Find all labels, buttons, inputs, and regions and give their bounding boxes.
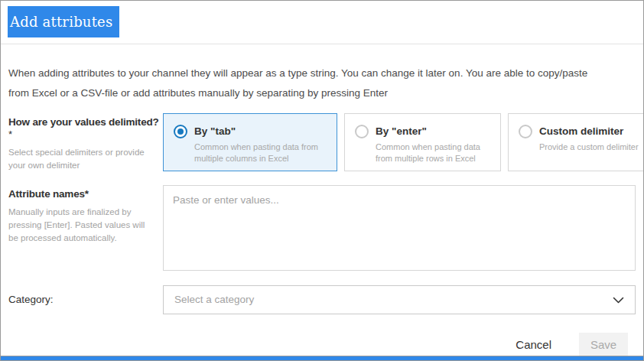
radio-selected-icon[interactable] — [174, 125, 187, 138]
attribute-names-helper: Manually inputs are finalized by pressin… — [8, 206, 155, 246]
delimiter-section: How are your values delimited? * Select … — [8, 113, 636, 173]
cancel-button[interactable]: Cancel — [514, 335, 553, 354]
delimiter-option-label: By "tab" — [194, 125, 332, 137]
dialog-header: Add attributes — [1, 1, 643, 44]
attribute-names-input[interactable] — [163, 185, 636, 271]
dialog-footer: Cancel Save — [8, 333, 636, 356]
attribute-names-label: Attribute names* — [8, 188, 163, 200]
delimiter-label-column: How are your values delimited? * Select … — [8, 113, 163, 173]
description-line-2: from Excel or a CSV-file or add attribut… — [8, 83, 636, 103]
dialog-title: Add attributes — [8, 6, 119, 37]
delimiter-options: By "tab" Common when pasting data from m… — [163, 113, 644, 171]
add-attributes-dialog: Add attributes When adding attributes to… — [0, 0, 644, 361]
attribute-label-column: Attribute names* Manually inputs are fin… — [8, 185, 163, 246]
attribute-names-section: Attribute names* Manually inputs are fin… — [8, 185, 636, 271]
description-line-1: When adding attributes to your channel t… — [8, 63, 636, 83]
required-marker: * — [8, 128, 163, 140]
radio-unselected-icon[interactable] — [519, 125, 532, 138]
delimiter-option-label: Custom delimiter — [539, 125, 639, 137]
delimiter-option-enter[interactable]: By "enter" Common when pasting data from… — [344, 113, 501, 171]
delimiter-option-description: Common when pasting data from multiple c… — [194, 141, 332, 165]
option-text: By "tab" Common when pasting data from m… — [194, 124, 332, 165]
category-label: Category: — [8, 294, 163, 305]
dialog-description: When adding attributes to your channel t… — [8, 63, 636, 103]
delimiter-option-custom[interactable]: Custom delimiter Provide a custom delimi… — [508, 113, 644, 171]
radio-unselected-icon[interactable] — [355, 125, 369, 138]
dialog-body: When adding attributes to your channel t… — [1, 63, 643, 356]
delimiter-section-label: How are your values delimited? — [8, 116, 163, 128]
delimiter-option-description: Provide a custom delimiter — [539, 141, 639, 153]
option-text: By "enter" Common when pasting data from… — [376, 124, 496, 165]
delimiter-option-tab[interactable]: By "tab" Common when pasting data from m… — [163, 113, 337, 171]
chevron-down-icon — [613, 293, 624, 307]
delimiter-option-description: Common when pasting data from multiple r… — [376, 141, 496, 165]
delimiter-section-helper: Select special delimiters or provide you… — [8, 146, 155, 173]
category-label-column: Category: — [8, 294, 163, 305]
delimiter-option-label: By "enter" — [376, 125, 496, 137]
option-text: Custom delimiter Provide a custom delimi… — [539, 124, 639, 153]
category-select-placeholder: Select a category — [174, 294, 254, 305]
category-section: Category: Select a category — [8, 285, 636, 314]
category-select[interactable]: Select a category — [163, 285, 636, 314]
save-button[interactable]: Save — [579, 333, 628, 356]
bottom-accent-bar — [1, 356, 643, 360]
